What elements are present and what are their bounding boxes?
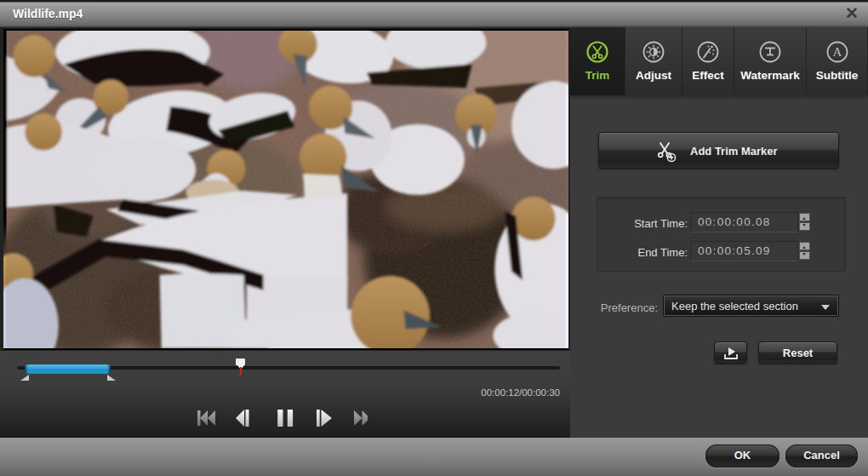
svg-text:A: A xyxy=(832,45,842,59)
